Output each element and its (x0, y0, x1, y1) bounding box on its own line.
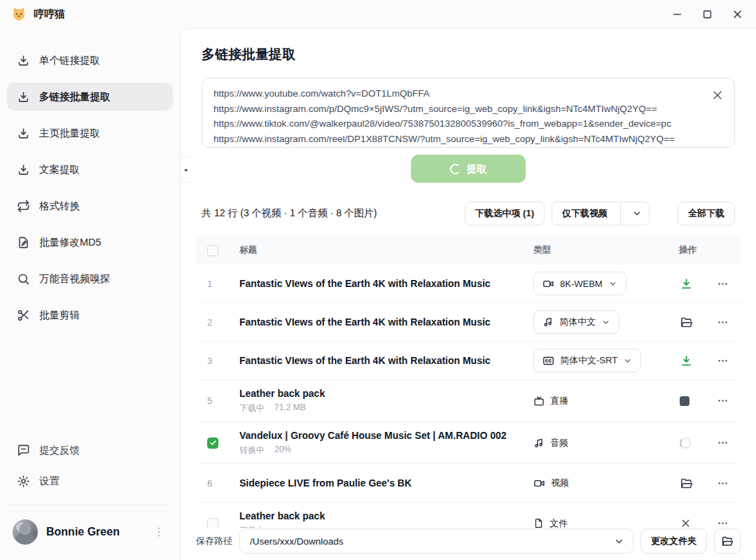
sidebar-footer: 提交反馈 设置 Bonnie Green ⋮ (7, 436, 173, 550)
cat-logo-icon (11, 6, 27, 22)
music-note-icon (542, 316, 554, 328)
sidebar-item-settings[interactable]: 设置 (7, 467, 173, 495)
table-row: 2 Fantastic VIews of the Earth 4K with R… (196, 303, 741, 342)
download-tray-icon (17, 54, 30, 67)
row-title: Sidepiece LIVE from Paulie Gee's BK (239, 477, 533, 490)
column-header-title: 标题 (239, 244, 533, 256)
sidebar-divider (10, 505, 170, 505)
sidebar-item-label: 文案提取 (39, 163, 80, 176)
select-all-checkbox[interactable] (207, 245, 218, 256)
table-row: 6 Sidepiece LIVE from Paulie Gee's BK 视频 (196, 464, 741, 503)
row-status: 转换中 (239, 444, 265, 456)
chevron-down-icon[interactable] (625, 209, 649, 218)
converting-spinner-icon (678, 435, 693, 451)
change-folder-button[interactable]: 更改文件夹 (640, 528, 707, 554)
chevron-down-icon (608, 279, 617, 288)
minimize-icon[interactable] (671, 8, 683, 20)
download-videos-only-button[interactable]: 仅下载视频 (552, 202, 650, 225)
close-icon[interactable] (732, 8, 743, 20)
type-select-dropdown[interactable]: 8K-WEBM (533, 272, 626, 295)
download-all-button[interactable]: 全部下载 (678, 202, 735, 225)
row-menu-kebab-icon[interactable] (715, 475, 731, 491)
save-path-select[interactable]: /Users/xxx/Downloads (239, 528, 634, 554)
sidebar-item-label: 提交反馈 (39, 444, 80, 457)
row-menu-kebab-icon[interactable] (715, 353, 731, 369)
sidebar-item-single-link-extract[interactable]: 单个链接提取 (7, 46, 173, 74)
table-row: Vandelux | Groovy Café House Music Set |… (196, 422, 741, 464)
download-button[interactable] (678, 275, 695, 293)
cc-subtitle-icon (542, 355, 554, 367)
save-path-label: 保存路径 (196, 535, 232, 547)
table-row: 3 Fantastic VIews of the Earth 4K with R… (196, 342, 741, 380)
sidebar-item-batch-clip[interactable]: 批量剪辑 (7, 301, 173, 329)
open-folder-button[interactable] (678, 314, 695, 331)
sidebar-item-feedback[interactable]: 提交反馈 (7, 436, 173, 464)
download-selected-button[interactable]: 下载选中项 (1) (465, 202, 545, 225)
chevron-down-icon (623, 356, 632, 365)
sidebar-collapse-handle[interactable]: ◂ (180, 156, 190, 183)
row-title: Leather back pack (239, 510, 325, 522)
download-tray-icon (17, 90, 30, 104)
type-text: 音频 (533, 437, 568, 449)
download-tray-icon (17, 127, 30, 140)
row-title: Vandelux | Groovy Café House Music Set |… (239, 430, 507, 441)
download-button[interactable] (678, 352, 695, 370)
url-input[interactable]: https://www.youtube.com/watch?v=DOT1LmQb… (202, 78, 735, 148)
swap-icon (17, 200, 30, 213)
type-label: 8K-WEBM (560, 279, 603, 289)
chevron-down-icon (614, 536, 624, 547)
type-label: 视频 (551, 477, 569, 489)
sidebar-item-format-convert[interactable]: 格式转换 (7, 192, 173, 220)
user-menu-kebab-icon[interactable]: ⋮ (150, 524, 167, 540)
row-menu-kebab-icon[interactable] (715, 276, 731, 292)
loading-spinner-icon (450, 164, 461, 174)
type-select-dropdown[interactable]: 简体中文-SRT (533, 349, 641, 372)
type-text: 视频 (533, 477, 569, 489)
open-folder-button[interactable] (678, 475, 695, 492)
type-select-dropdown[interactable]: 简体中文 (533, 310, 620, 334)
type-label: 直播 (550, 395, 568, 407)
sidebar-nav: 单个链接提取 多链接批量提取 主页批量提取 文案提取 格式转换 (7, 46, 173, 436)
download-toolbar: 下载选中项 (1) 仅下载视频 全部下载 (465, 202, 736, 225)
app-brand: 哼哼猫 (11, 6, 65, 22)
row-title: Fantastic VIews of the Earth 4K with Rel… (239, 316, 533, 329)
row-checkbox[interactable] (207, 438, 218, 449)
row-menu-kebab-icon[interactable] (715, 393, 731, 409)
file-icon (533, 518, 544, 528)
open-save-folder-button[interactable] (714, 528, 741, 554)
clear-input-icon[interactable] (709, 87, 726, 104)
gear-icon (17, 475, 30, 488)
sidebar-item-media-sniffer[interactable]: 万能音视频嗅探 (7, 265, 173, 293)
row-title: Leather back pack (239, 388, 325, 399)
column-header-type: 类型 (533, 244, 671, 256)
row-menu-kebab-icon[interactable] (715, 435, 731, 451)
sidebar-item-batch-md5[interactable]: 批量修改MD5 (7, 228, 173, 256)
window-controls (671, 8, 743, 20)
sidebar-item-label: 设置 (39, 475, 59, 488)
row-status: 下载中 (239, 402, 265, 414)
table-row: 1 Fantastic VIews of the Earth 4K with R… (196, 265, 741, 303)
row-number: 6 (207, 478, 239, 489)
save-path-bar: 保存路径 /Users/xxx/Downloads 更改文件夹 (181, 528, 756, 560)
row-menu-kebab-icon[interactable] (715, 314, 731, 330)
edit-doc-icon (17, 236, 30, 249)
user-row: Bonnie Green ⋮ (7, 517, 173, 550)
stop-button[interactable] (678, 394, 692, 408)
search-icon (17, 272, 30, 286)
video-camera-icon (533, 477, 545, 489)
sidebar-item-homepage-batch-extract[interactable]: 主页批量提取 (7, 119, 173, 147)
sidebar-item-multi-link-extract[interactable]: 多链接批量提取 (7, 83, 173, 111)
extract-button[interactable]: 提取 (411, 155, 526, 183)
row-number: 3 (207, 356, 239, 366)
maximize-icon[interactable] (701, 8, 713, 20)
row-title: Fantastic VIews of the Earth 4K with Rel… (239, 354, 533, 368)
scissors-icon (17, 309, 30, 322)
save-path-value: /Users/xxx/Downloads (250, 536, 344, 547)
sidebar-item-label: 单个链接提取 (39, 54, 100, 67)
row-number: 2 (207, 317, 239, 328)
row-progress: 20% (274, 444, 291, 456)
results-table: 标题 类型 操作 1 Fantastic VIews of the Earth … (196, 236, 741, 545)
user-name: Bonnie Green (46, 526, 142, 538)
extract-button-label: 提取 (467, 162, 487, 176)
sidebar-item-copy-extract[interactable]: 文案提取 (7, 155, 173, 183)
